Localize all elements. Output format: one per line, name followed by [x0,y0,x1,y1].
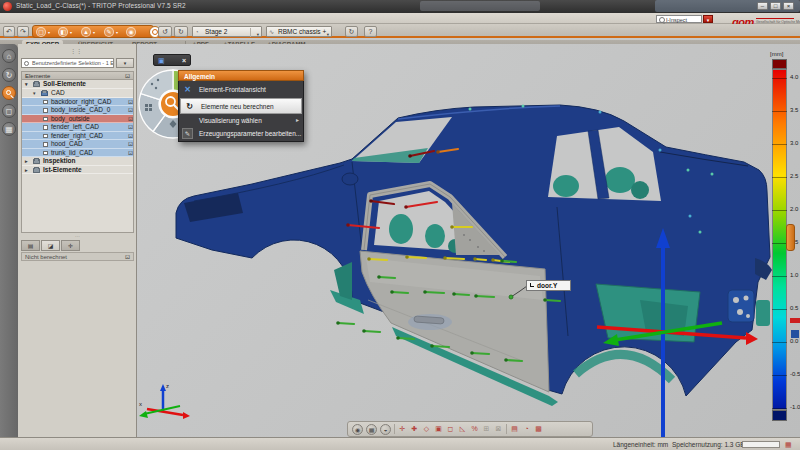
pin-icon[interactable]: ▣ [158,57,165,65]
surface-tool-icon[interactable]: ◻ [446,423,455,435]
close-button[interactable]: × [783,2,794,10]
color-scale-handle[interactable] [786,224,795,251]
sync-icon[interactable]: ↻ [2,68,16,82]
grid-icon[interactable]: ▦ [2,122,16,136]
chevron-down-icon[interactable]: ▾ [327,30,329,40]
angle-tool-icon[interactable]: ◺ [458,423,467,435]
tree-item-body-inside[interactable]: body_inside_CAD_0 ⊡ [22,106,134,115]
expander-icon[interactable]: ▸ [25,166,28,175]
tree-item-trunk-lid[interactable]: trunk_lid_CAD ⊡ [22,149,134,158]
visibility-column-icon[interactable]: ⊡ [125,72,130,80]
scale-tick-label: 2.0 [790,206,798,212]
eye-icon[interactable]: ⊡ [128,123,133,132]
dropdown-icon[interactable]: ▾ [48,30,50,35]
deviation-label-icon[interactable]: % [470,423,479,435]
panel-tab-visualization[interactable]: ◪ [41,240,60,251]
selection-filter-button[interactable]: ▾ [116,58,134,68]
refresh-button[interactable]: ↺ [158,26,172,37]
panel-tab-add[interactable]: ✛ [61,240,80,251]
texture-mode-button[interactable]: ▦ [366,424,377,435]
checkbox[interactable] [43,134,48,139]
alignment-selector[interactable]: ∿ RBMC chassis + ▾ [266,26,332,37]
element-search-input[interactable]: Benutzerdefinierte Selektion - 1 E [21,58,114,68]
checkbox[interactable] [43,117,48,122]
tree-node-inspektion[interactable]: ▸ Inspektion [22,157,134,166]
eye-icon[interactable]: ⊡ [128,106,133,115]
i-inspect-search-input[interactable]: I-Inspect [656,15,702,24]
move-tool-icon[interactable]: ✛ [398,423,407,435]
rotate-3d-view-button[interactable]: ↻ [345,26,358,37]
search-icon [6,90,11,95]
checkbox[interactable] [43,142,48,147]
help-button[interactable]: ? [364,26,377,37]
edit-icon[interactable]: ✎ [104,27,114,37]
home-icon[interactable]: ⌂ [2,49,16,63]
report-snapshot-icon[interactable]: ▤ [510,423,519,435]
triad-x-label: x [139,401,142,407]
checkbox[interactable] [43,151,48,156]
point-tool-icon[interactable]: ◇ [422,423,431,435]
annotation-door-y[interactable]: door.Y [526,280,571,291]
tree-item-backdoor-right[interactable]: backdoor_right_CAD ⊡ [22,98,134,107]
title-bar[interactable]: Static_Load_C-Class(*) - TRITOP Professi… [0,0,800,13]
tree-node-ist-elemente[interactable]: ▸ Ist-Elemente [22,166,134,175]
drag-handle[interactable]: ⋮⋮ [70,47,82,54]
dropdown-icon[interactable]: ▾ [93,30,95,35]
menu-item-frontal-view[interactable]: ✕ Element-Frontalansicht [179,82,303,98]
search-icon [24,61,29,66]
recompute-button[interactable]: ↻ [174,26,188,37]
checkbox[interactable] [43,100,48,105]
tree-node-cad[interactable]: ▾ CAD [22,89,134,98]
close-icon[interactable]: × [182,57,186,65]
plane-tool-icon[interactable]: ▣ [434,423,443,435]
new-project-icon[interactable]: ▢ [36,27,46,37]
expander-icon[interactable]: ▾ [33,89,36,98]
render-mode-button[interactable]: ◉ [352,424,363,435]
tree-item-fender-right[interactable]: fender_right_CAD ⊡ [22,132,134,141]
color-scale-overflow-min [772,410,787,421]
panel-splitter[interactable]: ⋯ [21,234,134,239]
redo-button[interactable]: ↷ [17,26,29,37]
menu-item-visualization[interactable]: Visualisierung wählen ▸ [179,114,303,127]
radial-menu-titlebar[interactable]: ▣ × [153,54,191,66]
align-tool-icon[interactable]: ✚ [410,423,419,435]
chevron-down-icon[interactable]: ▾ [257,30,259,40]
eye-icon[interactable]: ⊡ [125,253,130,261]
camera-icon[interactable]: ◉ [126,27,136,37]
display-icon[interactable]: ◻ [2,104,16,118]
menu-item-edit-parameters[interactable]: ✎ Erzeugungsparameter bearbeiten... [179,127,303,140]
stage-selector[interactable]: ◔ Stage 2 ▾ [192,26,262,37]
timer-icon[interactable]: ◔ [522,423,531,435]
tree-item-fender-left[interactable]: fender_left_CAD ⊡ [22,123,134,132]
import-icon[interactable]: ◧ [58,27,68,37]
tree-node-soll-elemente[interactable]: ▾ Soll-Elemente [22,80,134,89]
eye-icon[interactable]: ⊡ [128,149,133,158]
undo-button[interactable]: ↶ [3,26,15,37]
checkbox[interactable] [43,125,48,130]
scale-tick-label: 1.0 [790,272,798,278]
tree-item-hood[interactable]: hood_CAD ⊡ [22,140,134,149]
panel-tab-properties[interactable]: ▤ [21,240,40,251]
tree-item-body-outside[interactable]: body_outside ⊡ [22,115,134,124]
color-grid-icon[interactable]: ▩ [534,423,543,435]
eye-icon[interactable]: ⊡ [128,98,133,107]
search-mode-icon[interactable] [2,86,16,100]
minimize-button[interactable]: – [757,2,768,10]
eye-icon[interactable]: ⊡ [128,115,133,124]
i-inspect-dropdown-button[interactable]: ▾ [703,15,713,24]
expander-icon[interactable]: ▾ [25,80,28,89]
expander-icon[interactable]: ▸ [25,157,28,166]
eye-icon[interactable]: ⊡ [128,140,133,149]
dropdown-icon[interactable]: ▾ [116,30,118,35]
menu-item-recalculate[interactable]: ↻ Elemente neu berechnen [180,98,302,114]
color-scale-gradient[interactable] [772,69,787,410]
eye-icon[interactable]: ⊡ [128,132,133,141]
lock-icon[interactable]: ⊠ [494,423,503,435]
maximize-button[interactable]: □ [770,2,781,10]
grid-snap-icon[interactable]: ⊞ [482,423,491,435]
shading-mode-button[interactable]: ◒ [380,424,391,435]
checkbox[interactable] [43,108,48,113]
color-scale-unit: [mm] [770,51,783,57]
dropdown-icon[interactable]: ▾ [70,30,72,35]
alignment-icon[interactable]: ▲ [81,27,91,37]
